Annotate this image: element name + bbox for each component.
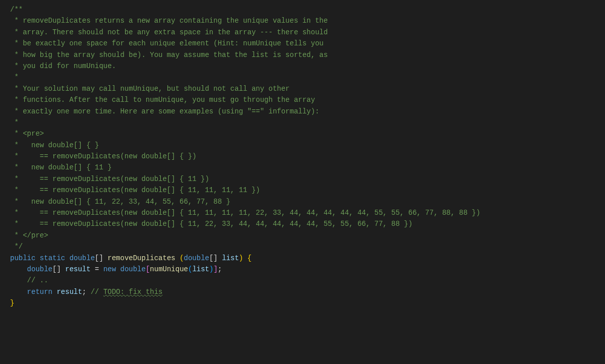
code-line[interactable]: /** — [10, 4, 605, 15]
code-line[interactable]: * — [10, 72, 605, 83]
code-line[interactable]: * removeDuplicates returns a new array c… — [10, 15, 605, 26]
code-line[interactable]: * how big the array should be). You may … — [10, 49, 605, 60]
code-line[interactable]: // .. — [10, 275, 605, 286]
code-line[interactable]: * new double[] { 11 } — [10, 162, 605, 173]
code-line[interactable]: * </pre> — [10, 230, 605, 241]
code-line[interactable]: * == removeDuplicates(new double[] { 11,… — [10, 218, 605, 229]
code-line[interactable]: * array. There should not be any extra s… — [10, 27, 605, 38]
code-line[interactable]: * == removeDuplicates(new double[] { }) — [10, 151, 605, 162]
code-line[interactable]: * <pre> — [10, 128, 605, 139]
code-line[interactable]: * == removeDuplicates(new double[] { 11 … — [10, 173, 605, 185]
code-line[interactable]: * — [10, 117, 605, 128]
code-line[interactable]: * Your solution may call numUnique, but … — [10, 83, 605, 94]
code-line[interactable]: * functions. After the call to numUnique… — [10, 94, 605, 105]
code-line[interactable]: * == removeDuplicates(new double[] { 11,… — [10, 207, 605, 218]
code-line[interactable]: */ — [10, 241, 605, 252]
code-line[interactable]: * new double[] { 11, 22, 33, 44, 55, 66,… — [10, 196, 605, 207]
code-line[interactable]: * new double[] { } — [10, 140, 605, 151]
code-line[interactable]: double[] result = new double[numUnique(l… — [10, 264, 605, 275]
code-line[interactable]: * be exactly one space for each unique e… — [10, 38, 605, 49]
code-line[interactable]: public static double[] removeDuplicates … — [10, 253, 605, 264]
code-line[interactable]: * you did for numUnique. — [10, 60, 605, 72]
code-line[interactable]: * == removeDuplicates(new double[] { 11,… — [10, 185, 605, 196]
code-line[interactable]: } — [10, 297, 605, 309]
code-line[interactable]: * exactly one more time. Here are some e… — [10, 106, 605, 117]
code-editor[interactable]: /** * removeDuplicates returns a new arr… — [0, 4, 605, 309]
code-line[interactable]: return result; // TODO: fix this — [10, 286, 605, 297]
